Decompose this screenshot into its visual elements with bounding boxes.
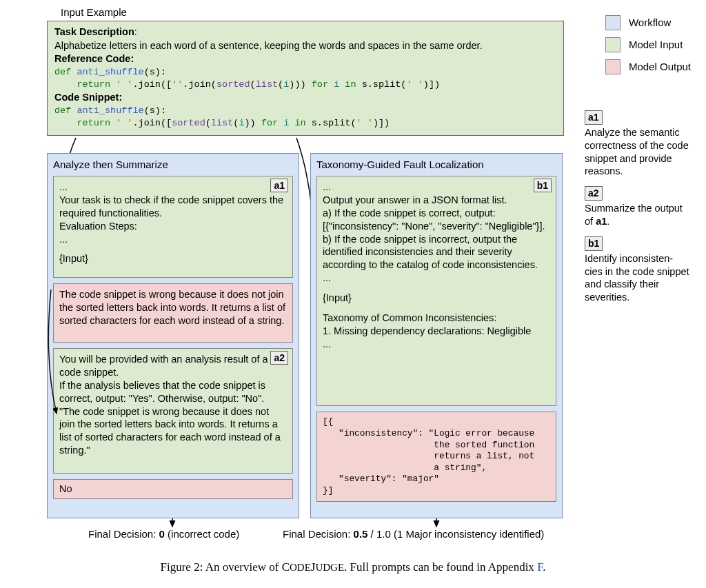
- sidebar-a2-bold: a1: [596, 216, 607, 227]
- red1-text: The code snippet is wrong because it doe…: [59, 289, 285, 326]
- reference-code-heading: Reference Code:: [54, 52, 556, 66]
- snippet-line1: def anti_shuffle(s):: [54, 105, 556, 117]
- legend-label-workflow: Workflow: [629, 16, 671, 30]
- a2-tag: a2: [270, 351, 288, 365]
- sidebar-a1-tag: a1: [585, 110, 603, 125]
- final-decision-right: Final Decision: 0.5 / 1.0 (1 Major incon…: [283, 527, 544, 541]
- task-text: Alphabetize letters in each word of a se…: [54, 39, 556, 53]
- b1-tag: b1: [534, 179, 552, 192]
- red2-box: No: [53, 479, 293, 499]
- caption-name1: C: [282, 560, 290, 574]
- json-l2: "inconsistency": "Logic error because: [323, 428, 550, 440]
- a1-ell1: ...: [59, 181, 287, 194]
- json-l3: the sorted function: [323, 440, 550, 452]
- json-l5: a string",: [323, 463, 550, 474]
- legend-swatch-model-input: [605, 37, 621, 52]
- caption-prefix: Figure 2: An overview of: [161, 560, 282, 574]
- task-description-line: Task Description:: [54, 26, 556, 39]
- a1-tag: a1: [270, 179, 288, 192]
- caption-middle: . Full prompts can be found in Appendix: [344, 560, 537, 574]
- red2-text: No: [59, 483, 72, 494]
- final-left-bold: 0: [159, 528, 165, 540]
- workflow-right-title: Taxonomy-Guided Fault Localization: [316, 158, 556, 172]
- sidebar-a2-post: .: [607, 216, 609, 227]
- legend-label-model-input: Model Input: [629, 38, 683, 52]
- sidebar-b1-tag: b1: [585, 236, 603, 251]
- code-snippet-heading: Code Snippet:: [54, 91, 556, 105]
- b1-ell3: ...: [323, 338, 550, 351]
- sidebar-a2-tag: a2: [585, 186, 603, 201]
- input-example-box: Task Description: Alphabetize letters in…: [47, 21, 564, 136]
- sidebar-a1: a1 Analyze the semantic correctness of t…: [585, 110, 691, 178]
- final-left-suffix: (incorrect code): [165, 528, 239, 540]
- workflow-analyze-summarize: Analyze then Summarize a1 ... Your task …: [47, 153, 299, 518]
- json-l1: [{: [323, 416, 550, 428]
- a1-ell2: ...: [59, 233, 287, 246]
- sidebar-a2-desc: Summarize the output of a1.: [585, 202, 691, 228]
- b1-input-placeholder: {Input}: [323, 292, 550, 305]
- a2-line3: "The code snippet is wrong because it do…: [59, 405, 287, 457]
- b1-line3: b) If the code snippet is incorrect, out…: [323, 233, 550, 272]
- caption-end: .: [543, 560, 545, 574]
- caption-name4: UDGE: [315, 562, 344, 573]
- legend-label-model-output: Model Output: [629, 60, 691, 74]
- b1-ell1: ...: [323, 181, 550, 194]
- a1-input-placeholder: {Input}: [59, 252, 287, 265]
- workflow-left-title: Analyze then Summarize: [53, 158, 293, 172]
- sidebar-b1: b1 Identify inconsisten- cies in the cod…: [585, 236, 691, 304]
- workflow-taxonomy-fault: Taxonomy-Guided Fault Localization b1 ..…: [310, 153, 563, 518]
- final-right-bold: 0.5: [354, 528, 368, 540]
- sidebar-a1-desc: Analyze the semantic correctness of the …: [585, 126, 691, 178]
- a2-line2: If the analysis believes that the code s…: [59, 379, 287, 405]
- a1-line1: Your task is to check if the code snippe…: [59, 194, 287, 220]
- final-decision-left: Final Decision: 0 (incorrect code): [88, 527, 239, 541]
- json-l6: "severity": "major": [323, 474, 550, 485]
- legend-swatch-model-output: [605, 59, 621, 74]
- legend-swatch-workflow: [605, 15, 621, 30]
- figure-caption: Figure 2: An overview of CODEJUDGE. Full…: [0, 560, 706, 576]
- legend-row-workflow: Workflow: [605, 15, 691, 30]
- ref-code-line1: def anti_shuffle(s):: [54, 66, 556, 79]
- a1-box: a1 ... Your task is to check if the code…: [53, 176, 293, 278]
- a1-line2: Evaluation Steps:: [59, 220, 287, 233]
- ref-code-line2: return ' '.join([''.join(sorted(list(i))…: [54, 79, 556, 91]
- b1-line1: Output your answer in a JSON format list…: [323, 194, 550, 207]
- final-right-suffix: / 1.0 (1 Major inconsistency identified): [367, 528, 544, 540]
- red1-box: The code snippet is wrong because it doe…: [53, 283, 293, 343]
- a2-box: a2 You will be provided with an analysis…: [53, 348, 293, 474]
- sidebar-b1-desc: Identify inconsisten- cies in the code s…: [585, 252, 691, 304]
- figure-container: Input Example Workflow Model Input Model…: [0, 0, 706, 588]
- b1-tax-item: 1. Missing dependency declarations: Negl…: [323, 325, 550, 338]
- caption-link: F: [537, 560, 543, 574]
- snippet-line2: return ' '.join([sorted(list(i)) for i i…: [54, 117, 556, 130]
- b1-tax-head: Taxonomy of Common Inconsistencies:: [323, 312, 550, 325]
- legend-row-model-input: Model Input: [605, 37, 691, 52]
- sidebar-descriptions: a1 Analyze the semantic correctness of t…: [585, 110, 691, 312]
- b1-ell2: ...: [323, 272, 550, 285]
- caption-name2: ODE: [290, 562, 311, 573]
- legend: Workflow Model Input Model Output: [605, 15, 691, 81]
- json-l7: }]: [323, 485, 550, 497]
- legend-row-model-output: Model Output: [605, 59, 691, 74]
- a2-line1: You will be provided with an analysis re…: [59, 353, 287, 379]
- sidebar-a2: a2 Summarize the output of a1.: [585, 186, 691, 228]
- task-heading: Task Description: [54, 26, 134, 37]
- input-example-label: Input Example: [61, 6, 127, 19]
- json-l4: returns a list, not: [323, 451, 550, 463]
- right-red-box: [{ "inconsistency": "Logic error because…: [316, 412, 556, 501]
- b1-box: b1 ... Output your answer in a JSON form…: [316, 176, 556, 406]
- final-left-prefix: Final Decision:: [88, 528, 159, 540]
- b1-line2: a) If the code snippet is correct, outpu…: [323, 207, 550, 233]
- final-right-prefix: Final Decision:: [283, 528, 354, 540]
